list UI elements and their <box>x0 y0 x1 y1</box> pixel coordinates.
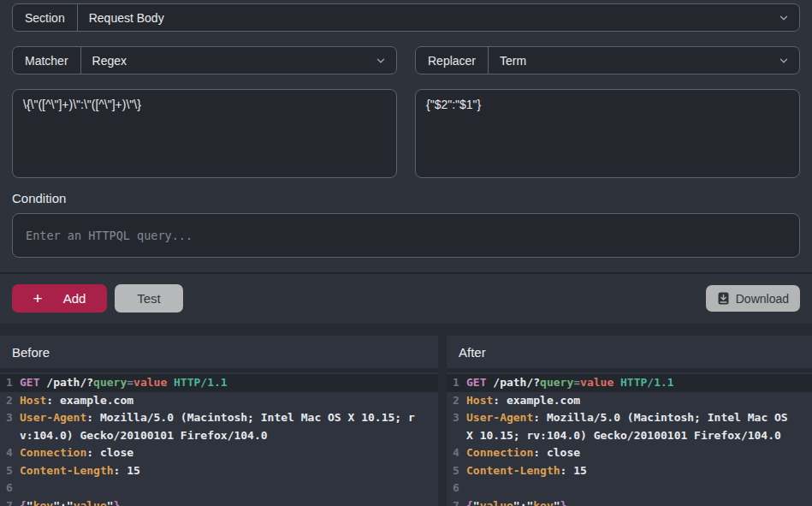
line-number <box>0 427 20 445</box>
code-text: Content-Length: 15 <box>466 462 587 480</box>
code-line: 1GET /path/?query=value HTTP/1.1 <box>0 374 438 392</box>
line-number: 4 <box>0 444 20 462</box>
test-button-label: Test <box>137 291 161 306</box>
code-text: v:104.0) Gecko/20100101 Firefox/104.0 <box>20 427 268 445</box>
code-text: Connection: close <box>466 444 580 462</box>
replacer-select-value: Term <box>489 47 778 74</box>
download-icon <box>717 292 730 305</box>
replacer-select-label: Replacer <box>416 47 489 74</box>
condition-input[interactable] <box>12 213 800 258</box>
line-number: 3 <box>447 409 466 427</box>
code-text: Content-Length: 15 <box>20 462 140 480</box>
code-line: 3User-Agent: Mozilla/5.0 (Macintosh; Int… <box>447 409 812 427</box>
after-request-view[interactable]: 1GET /path/?query=value HTTP/1.12Host: e… <box>447 372 812 506</box>
code-line: 5Content-Length: 15 <box>447 462 812 480</box>
section-select[interactable]: Section Request Body <box>12 3 800 32</box>
chevron-down-icon <box>778 4 799 31</box>
actions-bar: + Add Test Download <box>0 272 812 324</box>
diff-preview: Before 1GET /path/?query=value HTTP/1.12… <box>0 336 812 506</box>
matcher-select-value: Regex <box>81 47 375 74</box>
code-line: 4Connection: close <box>0 444 438 462</box>
download-button-label: Download <box>736 292 789 306</box>
test-button[interactable]: Test <box>115 284 183 313</box>
code-line: 6 <box>0 479 438 497</box>
code-line: 2Host: example.com <box>447 392 812 410</box>
code-text: X 10.15; rv:104.0) Gecko/20100101 Firefo… <box>466 427 781 445</box>
before-panel: Before 1GET /path/?query=value HTTP/1.12… <box>0 336 438 506</box>
line-number: 3 <box>0 409 20 427</box>
code-line: 5Content-Length: 15 <box>0 462 438 480</box>
line-number: 6 <box>447 479 466 497</box>
line-number: 6 <box>0 479 20 497</box>
condition-label: Condition <box>12 191 800 205</box>
code-line: 6 <box>447 479 812 497</box>
line-number: 7 <box>0 497 20 506</box>
code-text: Connection: close <box>20 444 133 462</box>
section-select-value: Request Body <box>78 4 778 31</box>
code-line: 7{"key":"value"} <box>0 497 438 506</box>
code-text: {"value":"key"} <box>466 497 566 506</box>
matcher-pattern-textarea[interactable]: \{\"([^\"]+)\":\"([^\"]+)\"\} <box>12 89 397 178</box>
after-panel-title: After <box>447 336 812 368</box>
line-number: 5 <box>447 462 466 480</box>
code-text: GET /path/?query=value HTTP/1.1 <box>466 374 674 392</box>
replacer-select[interactable]: Replacer Term <box>415 46 800 74</box>
code-text: Host: example.com <box>466 392 580 410</box>
add-button-label: Add <box>63 291 86 306</box>
match-replace-form: Section Request Body Matcher Regex Repla… <box>0 0 812 324</box>
line-number <box>447 427 466 445</box>
code-line: 7{"value":"key"} <box>447 497 812 506</box>
line-number: 1 <box>0 374 20 392</box>
line-number: 2 <box>0 392 20 410</box>
line-number: 7 <box>447 497 466 506</box>
code-text: GET /path/?query=value HTTP/1.1 <box>20 374 228 392</box>
download-button[interactable]: Download <box>706 285 800 312</box>
replacer-pattern-textarea[interactable]: {"$2":"$1"} <box>415 89 800 178</box>
matcher-select[interactable]: Matcher Regex <box>12 46 397 74</box>
before-request-view[interactable]: 1GET /path/?query=value HTTP/1.12Host: e… <box>0 372 438 506</box>
after-panel: After 1GET /path/?query=value HTTP/1.12H… <box>447 336 812 506</box>
code-line: 2Host: example.com <box>0 392 438 410</box>
line-number: 2 <box>447 392 466 410</box>
code-line: v:104.0) Gecko/20100101 Firefox/104.0 <box>0 427 438 445</box>
code-text: Host: example.com <box>20 392 133 410</box>
code-text: {"key":"value"} <box>20 497 120 506</box>
code-line: 3User-Agent: Mozilla/5.0 (Macintosh; Int… <box>0 409 438 427</box>
chevron-down-icon <box>778 47 799 74</box>
code-line: 1GET /path/?query=value HTTP/1.1 <box>447 374 812 392</box>
line-number: 1 <box>447 374 466 392</box>
code-line: X 10.15; rv:104.0) Gecko/20100101 Firefo… <box>447 427 812 445</box>
matcher-select-label: Matcher <box>13 47 81 74</box>
code-text: User-Agent: Mozilla/5.0 (Macintosh; Inte… <box>466 409 788 427</box>
add-button[interactable]: + Add <box>12 284 107 313</box>
code-text: User-Agent: Mozilla/5.0 (Macintosh; Inte… <box>20 409 415 427</box>
chevron-down-icon <box>375 47 396 74</box>
before-panel-title: Before <box>0 336 438 368</box>
line-number: 4 <box>447 444 466 462</box>
plus-icon: + <box>33 290 43 307</box>
section-select-label: Section <box>13 4 78 31</box>
code-line: 4Connection: close <box>447 444 812 462</box>
line-number: 5 <box>0 462 20 480</box>
